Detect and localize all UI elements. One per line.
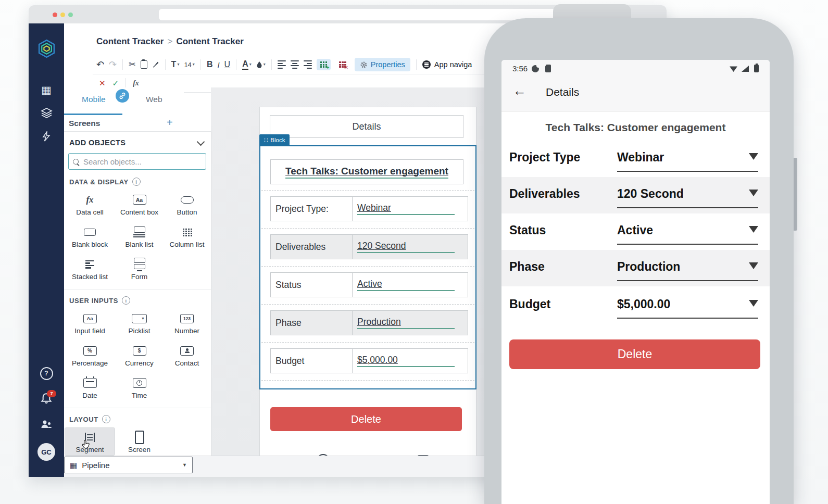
palette-item-stacked-list[interactable]: Stacked list	[65, 255, 115, 282]
underline-button[interactable]: U	[224, 60, 231, 69]
canvas-field-label[interactable]: Status	[270, 272, 355, 297]
palette-item-number[interactable]: 123Number	[164, 309, 210, 336]
fx-icon[interactable]: fx	[133, 79, 139, 87]
paste-button[interactable]	[141, 60, 147, 69]
palette-section: DATA & DISPLAYifxData cellAaContent boxB…	[64, 171, 211, 289]
palette-item-data-cell[interactable]: fxData cell	[65, 191, 115, 218]
palette-item-currency[interactable]: $Currency	[115, 342, 164, 369]
content-box-icon: Aa	[133, 193, 146, 206]
phone-field-row[interactable]: Deliverables120 Second	[501, 177, 770, 213]
fill-color-button[interactable]: ▾	[256, 61, 266, 68]
phone-field-label: Project Type	[509, 150, 580, 165]
font-size-select[interactable]: 14▾	[184, 61, 194, 68]
align-left-button[interactable]	[278, 60, 286, 69]
browser-tab[interactable]	[159, 9, 575, 20]
close-window-button[interactable]	[53, 12, 57, 17]
palette-item-label: Blank list	[125, 241, 153, 248]
dropdown-triangle-icon[interactable]	[749, 300, 758, 307]
palette-item-segment[interactable]: Segment	[65, 428, 115, 455]
canvas-field-value[interactable]: $5,000.00	[352, 348, 468, 373]
palette-item-percentage[interactable]: %Percentage	[65, 342, 115, 369]
breadcrumb-page[interactable]: Content Tracker	[176, 36, 243, 46]
block-tag[interactable]: ∷Block	[259, 134, 290, 145]
palette-item-screen[interactable]: Screen	[115, 428, 164, 455]
phone-field-row[interactable]: PhaseProduction	[501, 250, 770, 286]
canvas-field-value[interactable]: 120 Second	[352, 234, 468, 259]
canvas-field-label[interactable]: Phase	[270, 310, 355, 335]
pages-nav-button[interactable]	[29, 103, 64, 123]
cut-button[interactable]: ✂	[129, 60, 135, 69]
palette-item-input-field[interactable]: AaInput field	[65, 309, 115, 336]
phone-field-row[interactable]: Budget$5,000.00	[501, 287, 770, 324]
notifications-button[interactable]: 7	[29, 388, 64, 409]
info-icon[interactable]: i	[122, 296, 130, 305]
link-platforms-button[interactable]	[116, 89, 129, 103]
canvas-field-value[interactable]: Webinar	[352, 196, 468, 221]
palette-item-content-box[interactable]: AaContent box	[115, 191, 164, 218]
palette-item-picklist[interactable]: ▼Picklist	[115, 309, 164, 336]
undo-button[interactable]: ↶	[96, 60, 104, 69]
delete-button[interactable]: Delete	[270, 407, 462, 431]
palette-item-contact[interactable]: Contact	[164, 342, 210, 369]
align-center-button[interactable]	[291, 60, 299, 69]
cancel-icon[interactable]: ✕	[99, 79, 106, 88]
info-icon[interactable]: i	[102, 415, 110, 423]
users-button[interactable]	[29, 414, 64, 435]
minimize-window-button[interactable]	[60, 12, 65, 17]
tables-nav-button[interactable]: ▦	[29, 79, 64, 100]
canvas-field-label[interactable]: Deliverables	[270, 234, 355, 259]
help-button[interactable]: ?	[29, 363, 64, 384]
actions-nav-button[interactable]	[29, 126, 64, 147]
palette-item-blank-block[interactable]: Blank block	[65, 223, 115, 250]
back-arrow-button[interactable]: ←	[513, 84, 526, 97]
canvas-field-label[interactable]: Project Type:	[270, 196, 355, 221]
dropdown-triangle-icon[interactable]	[749, 262, 758, 269]
phone-delete-button[interactable]: Delete	[509, 339, 760, 369]
canvas-field-value[interactable]: Production	[352, 310, 468, 335]
delete-column-button[interactable]: ✕	[335, 59, 350, 70]
add-objects-header[interactable]: ADD OBJECTS	[64, 132, 211, 151]
table-selector[interactable]: ▦ Pipeline ▼	[64, 457, 193, 473]
text-color-button[interactable]: A▾	[242, 60, 252, 70]
canvas-field-value-text: Active	[357, 279, 455, 291]
bold-button[interactable]: B	[207, 60, 213, 69]
font-family-button[interactable]: T▾	[171, 60, 180, 69]
dropdown-triangle-icon[interactable]	[749, 153, 758, 160]
tab-mobile[interactable]: Mobile	[82, 95, 106, 104]
phone-field-row[interactable]: StatusActive	[501, 213, 770, 250]
palette-item-blank-list[interactable]: Blank list	[115, 223, 164, 250]
dropdown-triangle-icon[interactable]	[749, 226, 758, 233]
properties-button[interactable]: Properties	[355, 58, 410, 71]
breadcrumb-app[interactable]: Content Tracker	[96, 36, 164, 46]
app-logo[interactable]	[29, 36, 64, 60]
palette-item-column-list[interactable]: Column list	[164, 223, 210, 250]
format-painter-button[interactable]	[152, 61, 159, 68]
column-list-icon	[182, 225, 192, 238]
clipboard-icon	[141, 60, 147, 69]
align-right-button[interactable]	[304, 60, 312, 69]
redo-button[interactable]: ↷	[109, 60, 117, 69]
info-icon[interactable]: i	[132, 178, 141, 186]
palette-item-time[interactable]: Time	[115, 374, 164, 401]
wifi-icon	[730, 66, 737, 72]
canvas-field-value[interactable]: Active	[352, 272, 468, 297]
selected-block[interactable]: Tech Talks: Customer engagement Project …	[259, 145, 476, 389]
account-avatar[interactable]: GC	[29, 440, 64, 464]
canvas-field-label[interactable]: Budget	[270, 348, 355, 373]
phone-field-value: $5,000.00	[617, 297, 670, 311]
search-input[interactable]	[82, 157, 202, 167]
phone-field-row[interactable]: Project TypeWebinar	[501, 141, 770, 177]
zoom-window-button[interactable]	[68, 12, 73, 17]
italic-button[interactable]: I	[217, 61, 219, 69]
tab-web[interactable]: Web	[146, 95, 162, 104]
dropdown-triangle-icon[interactable]	[749, 190, 758, 196]
insert-column-button[interactable]: +	[317, 59, 331, 70]
app-navigation-button[interactable]: App naviga	[422, 60, 472, 69]
record-title-field[interactable]: Tech Talks: Customer engagement	[270, 159, 463, 184]
add-screen-button[interactable]: +	[167, 117, 173, 129]
palette-item-button[interactable]: Button	[164, 191, 210, 218]
palette-item-form[interactable]: Form	[115, 255, 164, 282]
confirm-icon[interactable]: ✓	[112, 79, 119, 88]
preview-screen-title[interactable]: Details	[270, 115, 463, 138]
palette-item-date[interactable]: Date	[65, 374, 115, 401]
